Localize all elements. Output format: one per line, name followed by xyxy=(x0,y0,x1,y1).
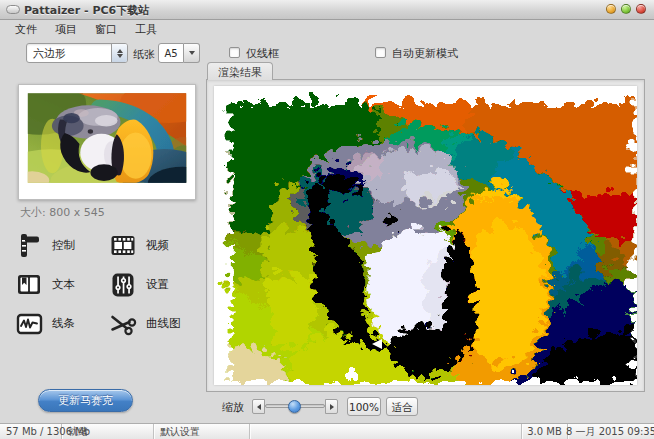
wireframe-label: 仅线框 xyxy=(246,46,279,61)
close-button[interactable] xyxy=(636,4,646,14)
zoom-slider[interactable] xyxy=(252,398,338,415)
control-icon xyxy=(16,233,43,259)
window-title: Pattaizer - PC6下载站 xyxy=(24,3,149,18)
app-window: Pattaizer - PC6下载站 文件 项目 窗口 工具 六边形 纸张 A5… xyxy=(0,0,654,439)
tool-label: 线条 xyxy=(52,316,75,331)
wireframe-checkbox[interactable] xyxy=(229,47,240,58)
menu-window[interactable]: 窗口 xyxy=(86,21,126,38)
maximize-button[interactable] xyxy=(621,4,631,14)
slider-track[interactable] xyxy=(265,399,325,414)
status-spacer xyxy=(250,424,522,439)
image-size-label: 大小: 800 x 545 xyxy=(20,205,105,220)
lines-icon xyxy=(16,311,43,337)
tool-button-grid: 控制 视频 文本 xyxy=(16,226,200,343)
tool-label: 视频 xyxy=(146,238,169,253)
minimize-button[interactable] xyxy=(606,4,616,14)
scissors-icon xyxy=(110,311,137,337)
slider-thumb[interactable] xyxy=(288,400,301,413)
autoupdate-checkbox[interactable] xyxy=(375,47,386,58)
paper-select-value: A5 xyxy=(164,48,177,59)
render-page xyxy=(214,86,637,385)
tool-text-button[interactable]: 文本 xyxy=(16,265,110,304)
tool-video-button[interactable]: 视频 xyxy=(110,226,200,265)
zoom-label: 缩放 xyxy=(222,400,244,415)
slider-right-button[interactable] xyxy=(325,399,338,414)
tab-render-result[interactable]: 渲染结果 xyxy=(207,62,273,80)
arrow-left-icon xyxy=(257,404,261,410)
tool-label: 控制 xyxy=(52,238,75,253)
source-image-thumbnail[interactable] xyxy=(18,84,196,200)
paper-label: 纸张 xyxy=(133,47,155,62)
fit-button[interactable]: 适合 xyxy=(386,397,418,416)
menu-bar: 文件 项目 窗口 工具 xyxy=(0,21,654,38)
text-icon xyxy=(16,272,43,298)
memory-usage: 57 Mb / 1306 Mb xyxy=(0,424,62,439)
file-size: 3.0 MB xyxy=(522,424,568,439)
update-mosaic-button[interactable]: 更新马赛克 xyxy=(38,389,133,412)
chevron-down-icon xyxy=(189,51,195,55)
tool-label: 文本 xyxy=(52,277,75,292)
tool-lines-button[interactable]: 线条 xyxy=(16,304,110,343)
tool-settings-button[interactable]: 设置 xyxy=(110,265,200,304)
tool-label: 曲线图 xyxy=(146,316,181,331)
paper-dropdown-button[interactable] xyxy=(184,43,200,63)
datetime: 8 一月 2015 09:35 xyxy=(568,424,654,439)
stepper-icon[interactable] xyxy=(111,44,127,62)
status-text: 就绪 xyxy=(62,424,154,439)
pattern-select-value: 六边形 xyxy=(27,46,111,61)
pattern-select[interactable]: 六边形 xyxy=(26,43,128,63)
menu-project[interactable]: 项目 xyxy=(46,21,86,38)
arrow-right-icon xyxy=(330,404,334,410)
menu-file[interactable]: 文件 xyxy=(6,21,46,38)
paper-select[interactable]: A5 xyxy=(158,43,184,63)
settings-icon xyxy=(110,272,137,298)
app-icon xyxy=(6,5,20,14)
tool-curve-button[interactable]: 曲线图 xyxy=(110,304,200,343)
menu-tools[interactable]: 工具 xyxy=(126,21,166,38)
title-bar[interactable]: Pattaizer - PC6下载站 xyxy=(0,0,654,20)
parrot-photo xyxy=(24,90,190,186)
cursor-arrow-icon xyxy=(372,339,382,349)
tool-control-button[interactable]: 控制 xyxy=(16,226,110,265)
preset-text: 默认设置 xyxy=(154,424,250,439)
zoom-percent-button[interactable]: 100% xyxy=(347,397,381,416)
tool-label: 设置 xyxy=(146,277,169,292)
autoupdate-label: 自动更新模式 xyxy=(392,46,458,61)
slider-left-button[interactable] xyxy=(252,399,265,414)
render-viewport[interactable] xyxy=(206,79,645,392)
video-icon xyxy=(110,233,137,259)
crystallized-parrot-render xyxy=(214,86,637,385)
status-bar: 57 Mb / 1306 Mb 就绪 默认设置 3.0 MB 8 一月 2015… xyxy=(0,423,654,439)
